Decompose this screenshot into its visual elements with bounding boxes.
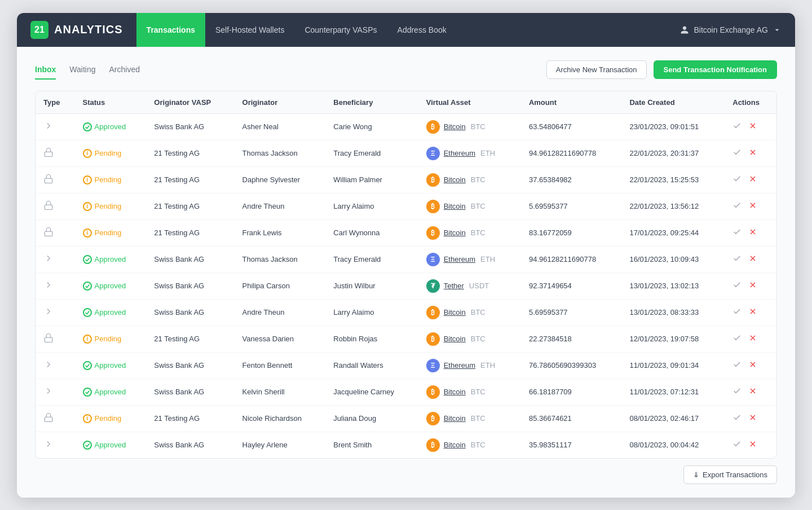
- lock-icon: [43, 229, 54, 239]
- reject-action[interactable]: [748, 201, 757, 212]
- approve-action[interactable]: [732, 413, 742, 424]
- approved-icon: [83, 361, 92, 370]
- app-window: 21 ANALYTICS Transactions Self-Hosted Wa…: [17, 13, 795, 498]
- asset-name[interactable]: Bitcoin: [444, 335, 466, 343]
- reject-action[interactable]: [748, 280, 757, 292]
- lock-icon: [43, 335, 54, 345]
- cell-date-created: 22/01/2023, 20:31:37: [621, 140, 725, 166]
- svg-rect-20: [45, 337, 52, 342]
- asset-name[interactable]: Ethereum: [444, 361, 475, 370]
- cell-originator: Kelvin Sherill: [235, 379, 326, 405]
- asset-name[interactable]: Bitcoin: [444, 175, 466, 184]
- reject-action[interactable]: [748, 439, 757, 451]
- asset-icon-btc: ₿: [426, 173, 440, 187]
- tab-waiting[interactable]: Waiting: [69, 60, 95, 80]
- approve-action[interactable]: [732, 227, 742, 239]
- asset-cell: ₿ Bitcoin BTC: [426, 438, 513, 452]
- export-button[interactable]: ⇓ Export Transactions: [683, 465, 777, 484]
- send-notification-button[interactable]: Send Transaction Notification: [654, 60, 777, 79]
- approve-action[interactable]: [732, 386, 742, 398]
- reject-action[interactable]: [748, 413, 757, 424]
- cell-type: [36, 113, 75, 140]
- approve-action[interactable]: [732, 148, 742, 159]
- table-row: i Pending 21 Testing AGNicole Richardson…: [36, 405, 776, 432]
- actions-cell: [732, 386, 769, 398]
- col-virtual-asset: Virtual Asset: [418, 91, 521, 114]
- table-row: Approved Swiss Bank AGAndre TheunLarry A…: [36, 299, 776, 326]
- approve-action[interactable]: [732, 439, 742, 451]
- cell-beneficiary: Justin Wilbur: [325, 272, 418, 299]
- cell-actions: [725, 140, 776, 166]
- asset-name[interactable]: Ethereum: [444, 255, 475, 263]
- tab-inbox[interactable]: Inbox: [35, 60, 56, 80]
- cell-status: i Pending: [75, 405, 147, 432]
- approve-action[interactable]: [732, 201, 742, 212]
- tabs-row: Inbox Waiting Archived Archive New Trans…: [35, 60, 777, 80]
- send-icon: [43, 123, 54, 133]
- asset-name[interactable]: Bitcoin: [444, 202, 466, 210]
- asset-name[interactable]: Bitcoin: [444, 388, 466, 396]
- tab-archived[interactable]: Archived: [109, 60, 140, 80]
- reject-action[interactable]: [748, 333, 757, 345]
- actions-cell: [732, 333, 769, 345]
- nav-item-transactions[interactable]: Transactions: [136, 13, 205, 47]
- user-label: Bitcoin Exchange AG: [694, 25, 768, 34]
- cell-originator-vasp: Swiss Bank AG: [146, 113, 234, 140]
- status-approved: Approved: [83, 308, 139, 317]
- navbar: 21 ANALYTICS Transactions Self-Hosted Wa…: [17, 13, 795, 47]
- reject-action[interactable]: [748, 360, 757, 371]
- cell-date-created: 08/01/2023, 02:46:17: [621, 405, 725, 432]
- cell-beneficiary: Robbin Rojas: [325, 326, 418, 352]
- asset-cell: ₿ Bitcoin BTC: [426, 173, 513, 187]
- cell-amount: 83.16772059: [521, 219, 621, 246]
- nav-item-self-hosted-wallets[interactable]: Self-Hosted Wallets: [205, 13, 294, 47]
- cell-originator-vasp: Swiss Bank AG: [146, 246, 234, 272]
- asset-name[interactable]: Bitcoin: [444, 308, 466, 316]
- asset-name[interactable]: Bitcoin: [444, 228, 466, 237]
- reject-action[interactable]: [748, 307, 757, 318]
- asset-cell: Ξ Ethereum ETH: [426, 147, 513, 160]
- cell-virtual-asset: ₿ Bitcoin BTC: [418, 166, 521, 193]
- pending-icon: i: [83, 149, 92, 158]
- nav-item-counterparty-vasps[interactable]: Counterparty VASPs: [294, 13, 387, 47]
- approved-icon: [83, 282, 92, 291]
- reject-action[interactable]: [748, 121, 757, 133]
- reject-action[interactable]: [748, 254, 757, 265]
- cell-originator: Hayley Arlene: [235, 432, 326, 458]
- cell-beneficiary: William Palmer: [325, 166, 418, 193]
- cell-date-created: 16/01/2023, 10:09:43: [621, 246, 725, 272]
- asset-name[interactable]: Bitcoin: [444, 122, 466, 131]
- archive-new-button[interactable]: Archive New Transaction: [546, 60, 647, 79]
- reject-action[interactable]: [748, 148, 757, 159]
- approve-action[interactable]: [732, 360, 742, 371]
- table-row: Approved Swiss Bank AGThomas JacksonTrac…: [36, 246, 776, 272]
- approve-action[interactable]: [732, 280, 742, 292]
- cell-status: i Pending: [75, 326, 147, 352]
- approve-action[interactable]: [732, 307, 742, 318]
- svg-rect-8: [45, 205, 52, 209]
- user-icon: [680, 25, 689, 34]
- nav-item-address-book[interactable]: Address Book: [387, 13, 457, 47]
- reject-action[interactable]: [748, 386, 757, 398]
- approve-action[interactable]: [732, 174, 742, 186]
- asset-name[interactable]: Bitcoin: [444, 414, 466, 423]
- cell-virtual-asset: ₿ Bitcoin BTC: [418, 193, 521, 219]
- approve-action[interactable]: [732, 254, 742, 265]
- reject-action[interactable]: [748, 227, 757, 239]
- approve-action[interactable]: [732, 121, 742, 133]
- asset-icon-btc: ₿: [426, 120, 440, 134]
- asset-name[interactable]: Tether: [444, 282, 464, 290]
- cell-beneficiary: Randall Waters: [325, 352, 418, 379]
- cell-status: i Pending: [75, 140, 147, 166]
- status-label: Approved: [95, 282, 126, 290]
- cell-date-created: 22/01/2023, 13:56:12: [621, 193, 725, 219]
- nav-user[interactable]: Bitcoin Exchange AG: [680, 25, 782, 34]
- asset-name[interactable]: Ethereum: [444, 149, 475, 157]
- asset-name[interactable]: Bitcoin: [444, 441, 466, 449]
- approve-action[interactable]: [732, 333, 742, 345]
- asset-icon-eth: Ξ: [426, 147, 440, 160]
- cell-actions: [725, 193, 776, 219]
- reject-action[interactable]: [748, 174, 757, 186]
- cell-status: Approved: [75, 272, 147, 299]
- approved-icon: [83, 122, 92, 131]
